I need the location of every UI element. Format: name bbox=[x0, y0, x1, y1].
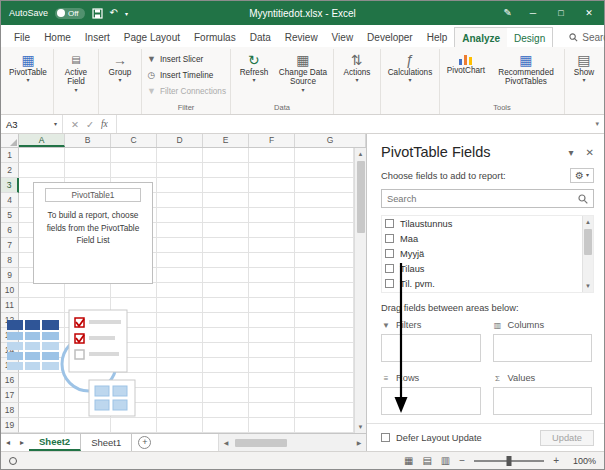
close-button[interactable]: ✕ bbox=[582, 8, 596, 18]
grid-cell[interactable] bbox=[157, 403, 203, 418]
row-header[interactable]: 2 bbox=[1, 163, 19, 178]
grid-cell[interactable] bbox=[295, 253, 354, 268]
grid-cell[interactable] bbox=[203, 313, 249, 328]
grid-cell[interactable] bbox=[249, 373, 295, 388]
column-header-g[interactable]: G bbox=[295, 134, 366, 147]
pivottable-button[interactable]: ▦ PivotTable ▾ bbox=[5, 49, 51, 84]
rows-area[interactable]: ≡ Rows bbox=[381, 371, 481, 415]
columns-area[interactable]: ▥ Columns bbox=[493, 318, 593, 362]
grid-cell[interactable] bbox=[111, 418, 157, 433]
calculations-button[interactable]: ƒ Calculations ▾ bbox=[383, 49, 437, 84]
grid-cell[interactable] bbox=[157, 373, 203, 388]
grid-cell[interactable] bbox=[295, 193, 354, 208]
grid-cell[interactable] bbox=[157, 313, 203, 328]
select-all-corner[interactable] bbox=[1, 134, 19, 147]
columns-well[interactable] bbox=[493, 334, 593, 362]
grid-cell[interactable] bbox=[295, 298, 354, 313]
row-header[interactable]: 5 bbox=[1, 208, 19, 223]
grid-cell[interactable] bbox=[295, 148, 354, 163]
grid-cell[interactable] bbox=[295, 313, 354, 328]
tab-analyze[interactable]: Analyze bbox=[455, 28, 507, 47]
grid-cell[interactable] bbox=[157, 178, 203, 193]
grid-cell[interactable] bbox=[203, 373, 249, 388]
zoom-in-button[interactable]: + bbox=[553, 455, 559, 466]
grid-cell[interactable] bbox=[203, 328, 249, 343]
tell-me-search[interactable]: Search bbox=[563, 27, 605, 47]
tab-insert[interactable]: Insert bbox=[78, 27, 117, 47]
update-button[interactable]: Update bbox=[540, 430, 594, 446]
tools-gear-button[interactable]: ⚙ ▾ bbox=[570, 168, 594, 183]
field-search-input[interactable] bbox=[387, 194, 578, 204]
grid-cell[interactable] bbox=[295, 223, 354, 238]
grid-cell[interactable] bbox=[157, 193, 203, 208]
vertical-scroll-thumb[interactable] bbox=[357, 161, 365, 233]
column-header-f[interactable]: F bbox=[249, 134, 295, 147]
grid-cell[interactable] bbox=[203, 283, 249, 298]
add-sheet-button[interactable]: + bbox=[138, 436, 151, 449]
scroll-down-icon[interactable]: ▼ bbox=[583, 280, 593, 292]
actions-button[interactable]: ⇅ Actions ▾ bbox=[336, 49, 378, 84]
group-button[interactable]: → Group ▾ bbox=[101, 49, 139, 84]
values-area[interactable]: Σ Values bbox=[493, 371, 593, 415]
page-layout-view-icon[interactable]: ▤ bbox=[422, 455, 431, 466]
formula-input[interactable] bbox=[117, 115, 591, 133]
zoom-out-button[interactable]: − bbox=[459, 455, 465, 466]
grid-cell[interactable] bbox=[203, 343, 249, 358]
name-box[interactable]: A3 ▾ bbox=[1, 115, 63, 133]
grid-cell[interactable] bbox=[295, 358, 354, 373]
grid[interactable]: 12345678910111213141516171819 PivotTable… bbox=[1, 148, 354, 433]
grid-cell[interactable] bbox=[203, 298, 249, 313]
grid-cell[interactable] bbox=[249, 163, 295, 178]
rows-well[interactable] bbox=[381, 387, 481, 415]
grid-cell[interactable] bbox=[65, 148, 111, 163]
tab-file[interactable]: File bbox=[7, 27, 37, 47]
zoom-slider[interactable] bbox=[474, 460, 544, 462]
recommended-pivottables-button[interactable]: ▦ Recommended PivotTables bbox=[490, 49, 562, 87]
maximize-button[interactable]: □ bbox=[554, 8, 568, 18]
refresh-button[interactable]: ↻ Refresh ▾ bbox=[233, 49, 275, 84]
grid-cell[interactable] bbox=[157, 283, 203, 298]
scroll-left-icon[interactable]: ◀ bbox=[219, 437, 233, 449]
field-item[interactable]: Tilaus bbox=[382, 261, 593, 276]
field-item[interactable]: Myyjä bbox=[382, 246, 593, 261]
grid-cell[interactable] bbox=[295, 178, 354, 193]
grid-cell[interactable] bbox=[157, 253, 203, 268]
grid-cell[interactable] bbox=[203, 418, 249, 433]
grid-cell[interactable] bbox=[65, 283, 111, 298]
grid-cell[interactable] bbox=[203, 388, 249, 403]
grid-cell[interactable] bbox=[203, 403, 249, 418]
pane-close-icon[interactable]: ✕ bbox=[586, 147, 594, 158]
field-item[interactable]: Maa bbox=[382, 231, 593, 246]
grid-cell[interactable] bbox=[157, 148, 203, 163]
cancel-icon[interactable]: ✕ bbox=[71, 119, 79, 130]
filters-area[interactable]: ▼ Filters bbox=[381, 318, 481, 362]
grid-cell[interactable] bbox=[249, 238, 295, 253]
field-checkbox[interactable] bbox=[385, 249, 394, 258]
row-header[interactable]: 8 bbox=[1, 253, 19, 268]
enter-icon[interactable]: ✓ bbox=[86, 119, 94, 130]
grid-cell[interactable] bbox=[111, 148, 157, 163]
grid-cell[interactable] bbox=[249, 298, 295, 313]
grid-cell[interactable] bbox=[203, 208, 249, 223]
grid-cell[interactable] bbox=[295, 418, 354, 433]
field-item[interactable]: Tilaustunnus bbox=[382, 216, 593, 231]
grid-cell[interactable] bbox=[249, 223, 295, 238]
grid-cell[interactable] bbox=[157, 208, 203, 223]
field-checkbox[interactable] bbox=[385, 264, 394, 273]
grid-cell[interactable] bbox=[249, 343, 295, 358]
grid-cell[interactable] bbox=[295, 343, 354, 358]
grid-cell[interactable] bbox=[295, 388, 354, 403]
grid-cell[interactable] bbox=[249, 178, 295, 193]
column-header-c[interactable]: C bbox=[111, 134, 157, 147]
grid-cell[interactable] bbox=[203, 253, 249, 268]
zoom-slider-thumb[interactable] bbox=[507, 456, 512, 466]
pencil-icon[interactable]: ✎ bbox=[504, 8, 512, 18]
insert-function-button[interactable]: fx bbox=[101, 119, 108, 129]
grid-cell[interactable] bbox=[295, 268, 354, 283]
grid-cell[interactable] bbox=[295, 373, 354, 388]
pane-options-chevron-icon[interactable]: ▾ bbox=[569, 147, 574, 158]
pivotchart-button[interactable]: PivotChart bbox=[442, 49, 490, 75]
tab-review[interactable]: Review bbox=[278, 27, 325, 47]
grid-cell[interactable] bbox=[249, 148, 295, 163]
grid-cell[interactable] bbox=[249, 193, 295, 208]
